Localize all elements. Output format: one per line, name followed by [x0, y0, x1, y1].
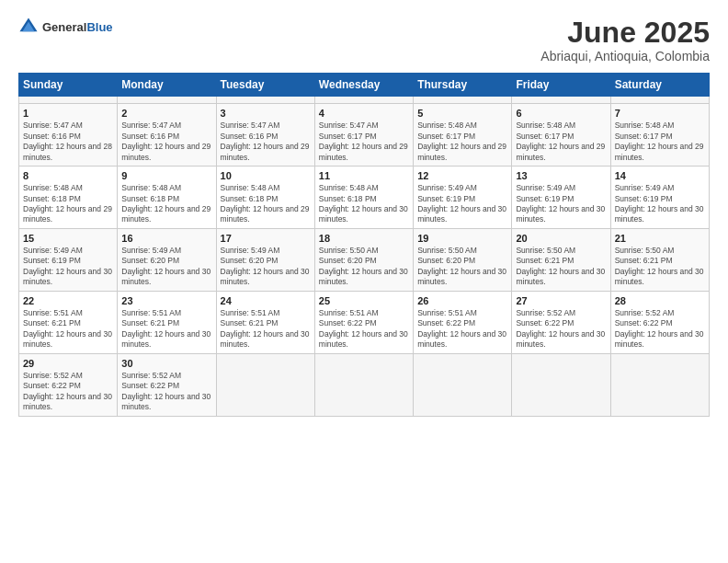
- calendar-week-row: 22Sunrise: 5:51 AMSunset: 6:21 PMDayligh…: [19, 291, 710, 353]
- calendar-cell: 16Sunrise: 5:49 AMSunset: 6:20 PMDayligh…: [118, 228, 216, 291]
- calendar-cell: 17Sunrise: 5:49 AMSunset: 6:20 PMDayligh…: [216, 228, 314, 291]
- day-number: 21: [615, 233, 705, 244]
- calendar-cell: 10Sunrise: 5:48 AMSunset: 6:18 PMDayligh…: [216, 167, 314, 229]
- day-detail: Sunrise: 5:51 AMSunset: 6:22 PMDaylight:…: [417, 308, 507, 350]
- logo-general: GeneralBlue: [42, 18, 113, 35]
- day-number: 14: [615, 170, 705, 181]
- day-number: 17: [221, 233, 311, 244]
- day-number: 24: [221, 295, 311, 306]
- day-detail: Sunrise: 5:48 AMSunset: 6:18 PMDaylight:…: [221, 183, 311, 225]
- day-number: 26: [417, 295, 507, 306]
- calendar-cell: 19Sunrise: 5:50 AMSunset: 6:20 PMDayligh…: [414, 228, 512, 291]
- day-number: 20: [516, 233, 606, 244]
- location-title: Abriaqui, Antioquia, Colombia: [540, 49, 710, 63]
- day-number: 16: [121, 233, 211, 244]
- calendar-cell: 4Sunrise: 5:47 AMSunset: 6:17 PMDaylight…: [314, 104, 413, 167]
- calendar-cell: 30Sunrise: 5:52 AMSunset: 6:22 PMDayligh…: [118, 353, 216, 416]
- calendar-cell: 20Sunrise: 5:50 AMSunset: 6:21 PMDayligh…: [512, 228, 610, 291]
- day-number: 6: [516, 108, 606, 119]
- day-detail: Sunrise: 5:51 AMSunset: 6:21 PMDaylight:…: [23, 308, 113, 350]
- calendar-cell: 6Sunrise: 5:48 AMSunset: 6:17 PMDaylight…: [512, 104, 610, 167]
- calendar-week-row: 8Sunrise: 5:48 AMSunset: 6:18 PMDaylight…: [19, 167, 710, 229]
- calendar-cell: 25Sunrise: 5:51 AMSunset: 6:22 PMDayligh…: [314, 291, 413, 353]
- calendar-header-friday: Friday: [512, 74, 610, 97]
- day-detail: Sunrise: 5:49 AMSunset: 6:19 PMDaylight:…: [615, 183, 705, 225]
- calendar-cell: 9Sunrise: 5:48 AMSunset: 6:18 PMDaylight…: [118, 167, 216, 229]
- calendar-week-row: [19, 97, 710, 104]
- calendar-cell: 23Sunrise: 5:51 AMSunset: 6:21 PMDayligh…: [118, 291, 216, 353]
- day-number: 2: [121, 108, 211, 119]
- day-detail: Sunrise: 5:49 AMSunset: 6:20 PMDaylight:…: [221, 246, 311, 288]
- day-detail: Sunrise: 5:52 AMSunset: 6:22 PMDaylight:…: [23, 371, 113, 413]
- day-detail: Sunrise: 5:47 AMSunset: 6:16 PMDaylight:…: [121, 121, 211, 163]
- calendar-cell: 12Sunrise: 5:49 AMSunset: 6:19 PMDayligh…: [414, 167, 512, 229]
- day-detail: Sunrise: 5:48 AMSunset: 6:18 PMDaylight:…: [23, 183, 113, 225]
- calendar-week-row: 15Sunrise: 5:49 AMSunset: 6:19 PMDayligh…: [19, 228, 710, 291]
- calendar-cell: [512, 353, 610, 416]
- calendar-week-row: 1Sunrise: 5:47 AMSunset: 6:16 PMDaylight…: [19, 104, 710, 167]
- day-number: 4: [319, 108, 409, 119]
- calendar-cell: 28Sunrise: 5:52 AMSunset: 6:22 PMDayligh…: [610, 291, 709, 353]
- day-number: 19: [417, 233, 507, 244]
- day-number: 3: [221, 108, 311, 119]
- day-detail: Sunrise: 5:48 AMSunset: 6:17 PMDaylight:…: [516, 121, 606, 163]
- day-number: 11: [319, 170, 409, 181]
- day-detail: Sunrise: 5:50 AMSunset: 6:20 PMDaylight:…: [319, 246, 409, 288]
- day-number: 29: [23, 358, 113, 369]
- calendar-cell: 24Sunrise: 5:51 AMSunset: 6:21 PMDayligh…: [216, 291, 314, 353]
- day-detail: Sunrise: 5:47 AMSunset: 6:16 PMDaylight:…: [221, 121, 311, 163]
- calendar-cell: [314, 353, 413, 416]
- day-number: 12: [417, 170, 507, 181]
- day-detail: Sunrise: 5:48 AMSunset: 6:17 PMDaylight:…: [417, 121, 507, 163]
- calendar-header-wednesday: Wednesday: [314, 74, 413, 97]
- day-detail: Sunrise: 5:51 AMSunset: 6:22 PMDaylight:…: [319, 308, 409, 350]
- calendar-header-row: SundayMondayTuesdayWednesdayThursdayFrid…: [19, 74, 710, 97]
- day-detail: Sunrise: 5:49 AMSunset: 6:19 PMDaylight:…: [23, 246, 113, 288]
- logo: GeneralBlue: [18, 17, 113, 37]
- day-number: 15: [23, 233, 113, 244]
- calendar-cell: [19, 97, 118, 104]
- calendar-cell: [314, 97, 413, 104]
- day-detail: Sunrise: 5:48 AMSunset: 6:18 PMDaylight:…: [121, 183, 211, 225]
- calendar-cell: [414, 353, 512, 416]
- calendar-cell: [610, 97, 709, 104]
- header: GeneralBlue June 2025 Abriaqui, Antioqui…: [18, 17, 710, 63]
- day-number: 25: [319, 295, 409, 306]
- day-detail: Sunrise: 5:49 AMSunset: 6:19 PMDaylight:…: [516, 183, 606, 225]
- calendar-header-tuesday: Tuesday: [216, 74, 314, 97]
- calendar-cell: 11Sunrise: 5:48 AMSunset: 6:18 PMDayligh…: [314, 167, 413, 229]
- day-detail: Sunrise: 5:48 AMSunset: 6:17 PMDaylight:…: [615, 121, 705, 163]
- day-number: 1: [23, 108, 113, 119]
- calendar-cell: [610, 353, 709, 416]
- day-number: 10: [221, 170, 311, 181]
- calendar-week-row: 29Sunrise: 5:52 AMSunset: 6:22 PMDayligh…: [19, 353, 710, 416]
- day-detail: Sunrise: 5:52 AMSunset: 6:22 PMDaylight:…: [516, 308, 606, 350]
- day-number: 30: [121, 358, 211, 369]
- calendar-cell: [216, 97, 314, 104]
- calendar-cell: 27Sunrise: 5:52 AMSunset: 6:22 PMDayligh…: [512, 291, 610, 353]
- calendar-table: SundayMondayTuesdayWednesdayThursdayFrid…: [18, 73, 710, 416]
- day-number: 28: [615, 295, 705, 306]
- calendar-cell: [414, 97, 512, 104]
- calendar-cell: 7Sunrise: 5:48 AMSunset: 6:17 PMDaylight…: [610, 104, 709, 167]
- day-number: 9: [121, 170, 211, 181]
- day-number: 5: [417, 108, 507, 119]
- logo-icon: [18, 17, 39, 37]
- day-detail: Sunrise: 5:47 AMSunset: 6:16 PMDaylight:…: [23, 121, 113, 163]
- day-detail: Sunrise: 5:49 AMSunset: 6:20 PMDaylight:…: [121, 246, 211, 288]
- calendar-header-sunday: Sunday: [19, 74, 118, 97]
- calendar-cell: 13Sunrise: 5:49 AMSunset: 6:19 PMDayligh…: [512, 167, 610, 229]
- day-number: 7: [615, 108, 705, 119]
- day-number: 27: [516, 295, 606, 306]
- calendar-cell: 15Sunrise: 5:49 AMSunset: 6:19 PMDayligh…: [19, 228, 118, 291]
- calendar-cell: 3Sunrise: 5:47 AMSunset: 6:16 PMDaylight…: [216, 104, 314, 167]
- calendar-cell: 14Sunrise: 5:49 AMSunset: 6:19 PMDayligh…: [610, 167, 709, 229]
- day-detail: Sunrise: 5:50 AMSunset: 6:20 PMDaylight:…: [417, 246, 507, 288]
- page: GeneralBlue June 2025 Abriaqui, Antioqui…: [0, 0, 728, 563]
- day-number: 23: [121, 295, 211, 306]
- day-detail: Sunrise: 5:52 AMSunset: 6:22 PMDaylight:…: [615, 308, 705, 350]
- day-detail: Sunrise: 5:49 AMSunset: 6:19 PMDaylight:…: [417, 183, 507, 225]
- day-number: 8: [23, 170, 113, 181]
- day-number: 18: [319, 233, 409, 244]
- calendar-cell: 18Sunrise: 5:50 AMSunset: 6:20 PMDayligh…: [314, 228, 413, 291]
